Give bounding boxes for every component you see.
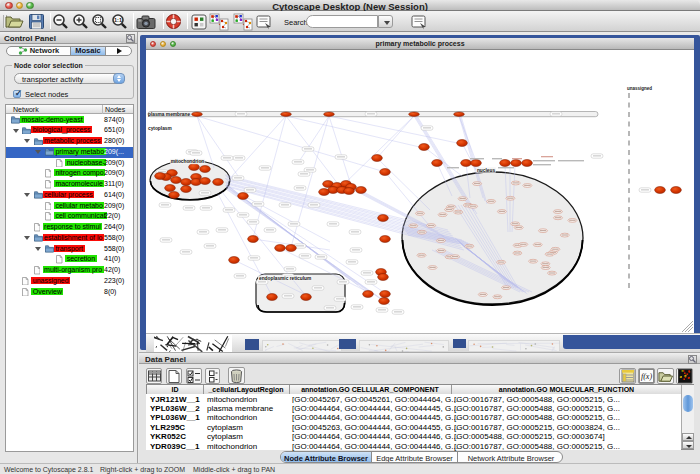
svg-text:unassigned: unassigned [627,86,652,91]
svg-text:plasma membrane: plasma membrane [148,112,190,117]
svg-text:f(x): f(x) [641,372,652,381]
svg-text:cytoplasm: cytoplasm [148,126,172,131]
svg-text:endoplasmic reticulum: endoplasmic reticulum [259,276,311,281]
svg-text:nucleus: nucleus [477,168,495,173]
svg-text:mitochondrion: mitochondrion [171,159,205,164]
svg-text:1:1: 1:1 [114,17,122,23]
